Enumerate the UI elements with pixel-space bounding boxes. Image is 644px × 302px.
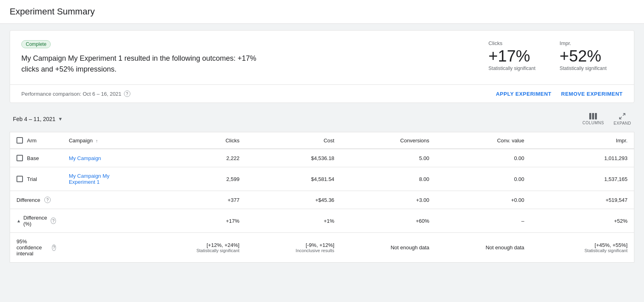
impr-base: 1,011,293 <box>531 149 634 167</box>
conversions-confidence: Not enough data <box>341 233 436 263</box>
th-clicks[interactable]: Clicks <box>143 132 246 149</box>
cost-trial: $4,581.54 <box>246 167 341 191</box>
table-row-trial: Trial My Campaign My Experiment 1 2,599 … <box>10 167 634 191</box>
th-conversions[interactable]: Conversions <box>341 132 436 149</box>
apply-experiment-button[interactable]: APPLY EXPERIMENT <box>496 91 551 97</box>
arm-cell-trial: Trial <box>10 167 62 191</box>
expand-icon <box>619 113 626 120</box>
toolbar-right: COLUMNS EXPAND <box>579 111 634 127</box>
header-checkbox[interactable] <box>17 137 23 144</box>
conv-value-difference: +0.00 <box>436 191 531 209</box>
svg-line-1 <box>620 117 622 119</box>
campaign-cell-difference-pct <box>62 209 143 233</box>
table-row-base: Base My Campaign 2,222 $4,536.18 5.00 0.… <box>10 149 634 167</box>
confidence-help-icon[interactable]: ? <box>52 244 56 251</box>
metric-impr-sig: Statistically significant <box>559 66 607 71</box>
columns-button[interactable]: COLUMNS <box>579 111 607 127</box>
metric-clicks-value: +17% <box>489 48 536 64</box>
cost-base: $4,536.18 <box>246 149 341 167</box>
expand-button[interactable]: EXPAND <box>611 111 634 127</box>
checkbox-base[interactable] <box>17 155 23 161</box>
toolbar-row: Feb 4 – 11, 2021 ▼ COLUMNS EXPAND <box>10 109 634 129</box>
campaign-cell-difference <box>62 191 143 209</box>
experiment-actions: APPLY EXPERIMENT REMOVE EXPERIMENT <box>496 91 623 97</box>
campaign-link-base[interactable]: My Campaign <box>69 155 101 161</box>
remove-experiment-button[interactable]: REMOVE EXPERIMENT <box>561 91 623 97</box>
th-conv-value[interactable]: Conv. value <box>436 132 531 149</box>
conv-value-trial: 0.00 <box>436 167 531 191</box>
impr-trial: 1,537,165 <box>531 167 634 191</box>
metric-impr: Impr. +52% Statistically significant <box>559 40 607 71</box>
cost-difference-pct: +1% <box>246 209 341 233</box>
metric-clicks: Clicks +17% Statistically significant <box>489 40 536 71</box>
table-row-difference: Difference ? +377 +$45.36 +3.00 +0.00 +5… <box>10 191 634 209</box>
difference-help-icon[interactable]: ? <box>44 197 51 203</box>
arm-cell-difference-pct: ▲ Difference (%) ? <box>10 209 62 233</box>
conv-value-confidence: Not enough data <box>436 233 531 263</box>
page-title: Experiment Summary <box>10 6 634 17</box>
metric-clicks-label: Clicks <box>489 40 536 46</box>
conv-value-difference-pct: – <box>436 209 531 233</box>
campaign-cell-base: My Campaign <box>62 149 143 167</box>
th-arm: Arm <box>10 132 62 149</box>
th-impr[interactable]: Impr. <box>531 132 634 149</box>
impr-confidence: [+45%, +55%] Statistically significant <box>531 233 634 263</box>
th-cost[interactable]: Cost <box>246 132 341 149</box>
conversions-difference-pct: +60% <box>341 209 436 233</box>
data-table: Arm Campaign ↑ Clicks Cost Conversions C… <box>10 132 634 263</box>
date-range-selector[interactable]: Feb 4 – 11, 2021 ▼ <box>10 113 66 125</box>
cost-confidence: [-9%, +12%] Inconclusive results <box>246 233 341 263</box>
clicks-trial: 2,599 <box>143 167 246 191</box>
metric-impr-label: Impr. <box>559 40 607 46</box>
date-range-label: Feb 4 – 11, 2021 <box>13 116 56 122</box>
arm-cell-difference: Difference ? <box>10 191 62 209</box>
date-range-chevron-icon: ▼ <box>58 116 63 122</box>
svg-line-0 <box>623 113 625 115</box>
clicks-difference-pct: +17% <box>143 209 246 233</box>
arm-cell-confidence: 95% confidence interval ? <box>10 233 62 263</box>
columns-icon <box>589 113 597 119</box>
expand-label: EXPAND <box>614 121 631 125</box>
conversions-difference: +3.00 <box>341 191 436 209</box>
performance-comparison: Performance comparison: Oct 6 – 16, 2021… <box>21 90 130 97</box>
impr-difference-pct: +52% <box>531 209 634 233</box>
conv-value-base: 0.00 <box>436 149 531 167</box>
clicks-base: 2,222 <box>143 149 246 167</box>
difference-pct-help-icon[interactable]: ? <box>51 218 56 224</box>
table-row-difference-pct: ▲ Difference (%) ? +17% +1% +60% – +52% <box>10 209 634 233</box>
collapse-chevron-icon[interactable]: ▲ <box>17 218 21 223</box>
summary-headline: My Campaign My Experiment 1 resulted in … <box>21 53 263 75</box>
campaign-cell-trial: My Campaign My Experiment 1 <box>62 167 143 191</box>
performance-help-icon[interactable]: ? <box>124 90 130 97</box>
campaign-cell-confidence <box>62 233 143 263</box>
summary-metrics: Clicks +17% Statistically significant Im… <box>473 40 623 71</box>
cost-difference: +$45.36 <box>246 191 341 209</box>
arm-cell-base: Base <box>10 149 62 167</box>
complete-badge: Complete <box>21 40 51 48</box>
summary-card: Complete My Campaign My Experiment 1 res… <box>10 30 634 103</box>
table-row-confidence: 95% confidence interval ? [+12%, +24%] S… <box>10 233 634 263</box>
metric-impr-value: +52% <box>559 48 607 64</box>
sort-arrow-icon: ↑ <box>96 138 98 143</box>
impr-difference: +519,547 <box>531 191 634 209</box>
columns-label: COLUMNS <box>582 121 604 125</box>
clicks-difference: +377 <box>143 191 246 209</box>
conversions-trial: 8.00 <box>341 167 436 191</box>
campaign-link-trial[interactable]: My Campaign My Experiment 1 <box>69 173 109 185</box>
metric-clicks-sig: Statistically significant <box>489 66 536 71</box>
th-campaign[interactable]: Campaign ↑ <box>62 132 143 149</box>
clicks-confidence: [+12%, +24%] Statistically significant <box>143 233 246 263</box>
checkbox-trial[interactable] <box>17 176 23 182</box>
conversions-base: 5.00 <box>341 149 436 167</box>
